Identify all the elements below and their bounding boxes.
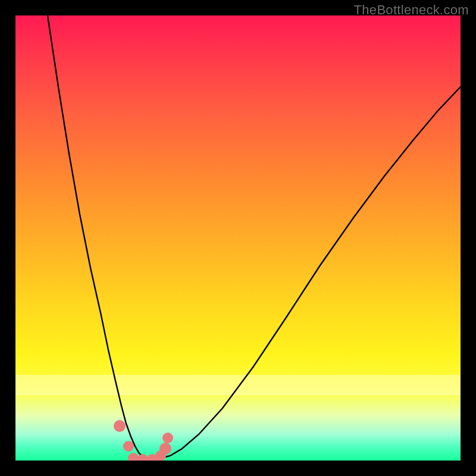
plot-area	[15, 15, 461, 461]
marker-right-2	[159, 443, 171, 455]
bottleneck-curve-svg	[15, 15, 461, 461]
marker-right-3	[162, 433, 173, 443]
marker-min-1	[128, 453, 139, 461]
bottleneck-curve	[48, 15, 461, 459]
marker-min-left	[123, 441, 134, 452]
marker-min-2	[137, 454, 148, 461]
marker-left	[114, 420, 126, 432]
